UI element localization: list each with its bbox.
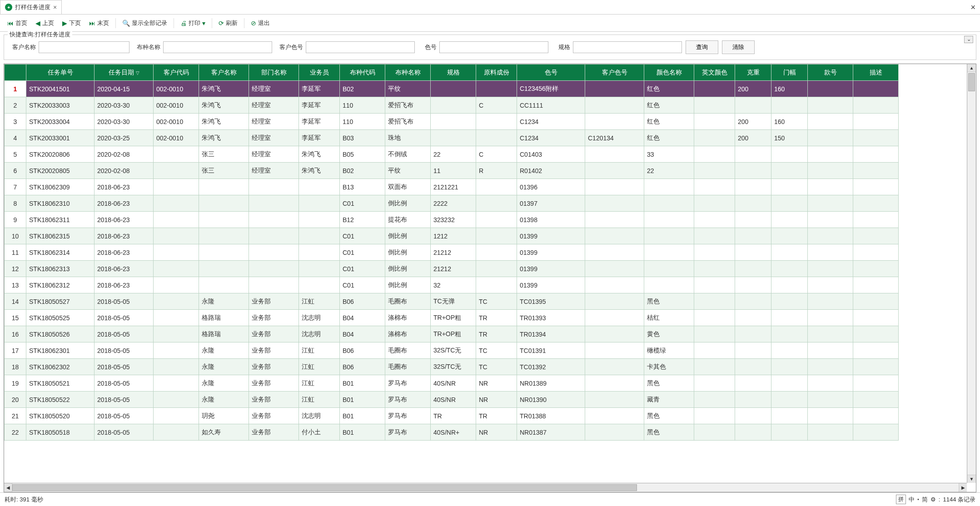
cell[interactable]: 永隆 (199, 392, 249, 408)
cell[interactable]: 李延军 (299, 114, 340, 130)
cell[interactable] (585, 277, 644, 293)
cell[interactable] (808, 359, 853, 375)
cell[interactable]: 藏青 (644, 392, 694, 408)
cell[interactable] (585, 163, 644, 179)
first-page-button[interactable]: ⏮首页 (4, 17, 31, 29)
cell[interactable]: TR01388 (517, 408, 585, 424)
cell[interactable] (199, 228, 249, 244)
cell[interactable] (808, 97, 853, 114)
cell[interactable] (154, 212, 199, 228)
cell[interactable] (585, 228, 644, 244)
cell[interactable] (199, 261, 249, 277)
cell[interactable]: 经理室 (249, 163, 299, 179)
cell[interactable] (735, 195, 771, 212)
cell[interactable] (808, 261, 853, 277)
cell[interactable] (808, 163, 853, 179)
cell[interactable] (154, 195, 199, 212)
cell[interactable]: 李延军 (299, 81, 340, 97)
cell[interactable] (154, 228, 199, 244)
cell[interactable]: 2020-02-08 (95, 146, 154, 163)
cell[interactable]: C01 (340, 261, 385, 277)
cell[interactable]: R (476, 163, 517, 179)
cell[interactable]: 江虹 (299, 342, 340, 359)
cell[interactable]: 2018-05-05 (95, 326, 154, 342)
cell[interactable]: B06 (340, 342, 385, 359)
cell[interactable] (585, 261, 644, 277)
cell[interactable] (735, 277, 771, 293)
cell[interactable] (154, 293, 199, 310)
cell[interactable]: TR (476, 408, 517, 424)
cell[interactable] (249, 228, 299, 244)
column-header[interactable]: 客户名称 (199, 64, 249, 81)
cell[interactable] (476, 114, 517, 130)
ime-indicator[interactable]: 简 (922, 496, 928, 504)
cell[interactable] (644, 195, 694, 212)
cell[interactable]: NR01387 (517, 424, 585, 441)
cell[interactable]: 倒比例 (385, 244, 431, 261)
table-row[interactable]: 1STK200415012020-04-15002-0010朱鸿飞经理室李延军B… (5, 81, 899, 97)
cell[interactable] (154, 326, 199, 342)
cell[interactable] (694, 163, 735, 179)
cell[interactable] (249, 195, 299, 212)
cell[interactable]: 永隆 (199, 359, 249, 375)
horizontal-scrollbar[interactable]: ◀ ▶ (4, 483, 967, 492)
cell[interactable]: 2018-05-05 (95, 392, 154, 408)
cell[interactable]: 红色 (644, 130, 694, 146)
cell[interactable]: STK18050527 (26, 293, 95, 310)
column-header[interactable]: 款号 (808, 64, 853, 81)
cell[interactable] (771, 179, 808, 195)
cell[interactable]: 黑色 (644, 293, 694, 310)
cell[interactable]: 01399 (517, 277, 585, 293)
cell[interactable]: 32S/TC无 (431, 342, 476, 359)
cell[interactable]: STK18062309 (26, 179, 95, 195)
cell[interactable] (853, 277, 899, 293)
cell[interactable] (585, 114, 644, 130)
cell[interactable]: 业务部 (249, 342, 299, 359)
cell[interactable] (249, 179, 299, 195)
cell[interactable] (771, 310, 808, 326)
cell[interactable] (585, 97, 644, 114)
cell[interactable]: B12 (340, 212, 385, 228)
cell[interactable] (735, 179, 771, 195)
table-row[interactable]: 21STK180505202018-05-05玥尧业务部沈志明B01罗马布TRT… (5, 408, 899, 424)
cell[interactable]: STK18062302 (26, 359, 95, 375)
cell[interactable]: 2020-03-30 (95, 114, 154, 130)
cell[interactable]: 毛圈布 (385, 359, 431, 375)
cell[interactable] (808, 212, 853, 228)
cell[interactable]: 红色 (644, 97, 694, 114)
cell[interactable]: 01398 (517, 212, 585, 228)
cell[interactable]: 橄榄绿 (644, 342, 694, 359)
cell[interactable]: 业务部 (249, 424, 299, 441)
cell[interactable] (644, 261, 694, 277)
cell[interactable]: 朱鸿飞 (199, 97, 249, 114)
cell[interactable]: 2018-06-23 (95, 179, 154, 195)
cell[interactable] (585, 310, 644, 326)
cell[interactable]: 11 (431, 163, 476, 179)
cell[interactable] (476, 244, 517, 261)
cell[interactable] (644, 228, 694, 244)
cell[interactable]: STK18050522 (26, 392, 95, 408)
cell[interactable] (476, 179, 517, 195)
cell[interactable] (735, 97, 771, 114)
column-header[interactable]: 规格 (431, 64, 476, 81)
cell[interactable] (694, 342, 735, 359)
cell[interactable] (735, 392, 771, 408)
cell[interactable]: TR (476, 310, 517, 326)
cell[interactable] (644, 277, 694, 293)
cell[interactable]: 江虹 (299, 392, 340, 408)
cell[interactable] (771, 375, 808, 392)
cell[interactable] (585, 81, 644, 97)
cell[interactable]: 爱招飞布 (385, 97, 431, 114)
cell[interactable]: 平纹 (385, 81, 431, 97)
cell[interactable]: 毛圈布 (385, 293, 431, 310)
cell[interactable] (644, 179, 694, 195)
cell[interactable]: STK18050525 (26, 310, 95, 326)
table-row[interactable]: 12STK180623132018-06-23C01倒比例2121201399 (5, 261, 899, 277)
cell[interactable]: 不倒绒 (385, 146, 431, 163)
cell[interactable] (299, 179, 340, 195)
cell[interactable] (585, 195, 644, 212)
table-row[interactable]: 5STK200208062020-02-08张三经理室朱鸿飞B05不倒绒22CC… (5, 146, 899, 163)
cell[interactable] (771, 97, 808, 114)
cell[interactable] (853, 392, 899, 408)
cell[interactable] (694, 81, 735, 97)
